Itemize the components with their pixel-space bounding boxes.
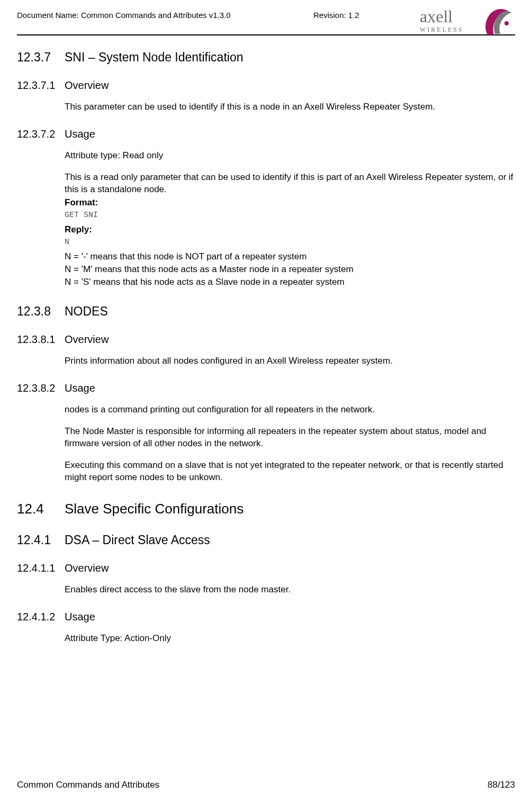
document-name-label: Document Name: Common Commands and Attri…: [17, 10, 231, 20]
section-heading: 12.4.1DSA – Direct Slave Access: [17, 533, 515, 547]
section-number: 12.4.1: [17, 533, 65, 547]
section-number: 12.3.8.2: [17, 382, 65, 394]
section-number: 12.3.8: [17, 304, 65, 319]
section-heading: 12.3.8.2Usage: [17, 382, 515, 394]
body-block: Attribute Type: Action-Only: [65, 633, 515, 645]
body-block: Attribute type: Read onlyThis is a read …: [65, 150, 515, 288]
rule-line: N = 'S' means that his node acts as a Sl…: [65, 276, 515, 288]
section-heading: 12.3.7.1Overview: [17, 79, 515, 92]
section-heading: 12.3.8.1Overview: [17, 333, 515, 346]
paragraph: This is a read only parameter that can b…: [65, 172, 515, 196]
section-heading: 12.3.7SNI – System Node Identification: [17, 50, 515, 65]
svg-point-0: [504, 21, 509, 25]
section-title: Usage: [65, 128, 95, 140]
section-title: DSA – Direct Slave Access: [65, 533, 210, 547]
code-line: N: [65, 237, 515, 248]
paragraph: Executing this command on a slave that i…: [65, 459, 515, 484]
section-title: SNI – System Node Identification: [65, 50, 244, 65]
section-title: Slave Specific Configurations: [65, 501, 244, 517]
footer-right: 88/123: [488, 780, 515, 790]
page-container: Document Name: Common Commands and Attri…: [0, 0, 532, 803]
paragraph: This parameter can be used to identify i…: [65, 101, 515, 113]
section-number: 12.4.1.1: [17, 562, 65, 574]
section-heading: 12.4.1.1Overview: [17, 562, 515, 574]
logo-main-text: axell: [420, 7, 453, 26]
revision-label: Revision: 1.2: [313, 11, 359, 20]
page-footer: Common Commands and Attributes 88/123: [17, 775, 515, 790]
paragraph: Enables direct access to the slave from …: [65, 584, 515, 596]
label-bold: Format:: [65, 197, 515, 209]
page-header: Document Name: Common Commands and Attri…: [17, 10, 515, 39]
logo: axell WIRELESS: [420, 6, 515, 39]
section-title: Overview: [65, 79, 109, 92]
section-number: 12.3.7.1: [17, 79, 65, 92]
section-number: 12.3.7: [17, 50, 65, 65]
section-number: 12.3.8.1: [17, 333, 65, 346]
rule-line: N = '-' means that this node is NOT part…: [65, 251, 515, 263]
code-line: GET SNI: [65, 210, 515, 221]
section-heading: 12.3.8NODES: [17, 304, 515, 319]
body-block: nodes is a command printing out configur…: [65, 404, 515, 484]
section-title: Usage: [65, 611, 95, 623]
section-title: Overview: [65, 333, 109, 346]
logo-sub-text: WIRELESS: [420, 26, 464, 33]
rules-block: N = '-' means that this node is NOT part…: [65, 251, 515, 288]
label-bold: Reply:: [65, 224, 515, 236]
paragraph: Attribute Type: Action-Only: [65, 633, 515, 645]
section-heading: 12.3.7.2Usage: [17, 128, 515, 140]
section-number: 12.3.7.2: [17, 128, 65, 140]
section-title: Usage: [65, 382, 95, 394]
paragraph: nodes is a command printing out configur…: [65, 404, 515, 416]
footer-left: Common Commands and Attributes: [17, 780, 159, 790]
body-block: Prints information about all nodes confi…: [65, 355, 515, 367]
body-block: Enables direct access to the slave from …: [65, 584, 515, 596]
body-block: This parameter can be used to identify i…: [65, 101, 515, 113]
section-heading: 12.4.1.2Usage: [17, 611, 515, 623]
section-title: NODES: [65, 304, 108, 319]
content-area: 12.3.7SNI – System Node Identification12…: [17, 41, 515, 775]
rule-line: N = 'M' means that this node acts as a M…: [65, 264, 515, 276]
section-number: 12.4.1.2: [17, 611, 65, 623]
section-title: Overview: [65, 562, 109, 574]
section-heading: 12.4Slave Specific Configurations: [17, 501, 515, 517]
paragraph: The Node Master is responsible for infor…: [65, 426, 515, 450]
paragraph: Attribute type: Read only: [65, 150, 515, 162]
logo-swoosh-icon: [485, 9, 512, 35]
section-number: 12.4: [17, 501, 65, 517]
paragraph: Prints information about all nodes confi…: [65, 355, 515, 367]
